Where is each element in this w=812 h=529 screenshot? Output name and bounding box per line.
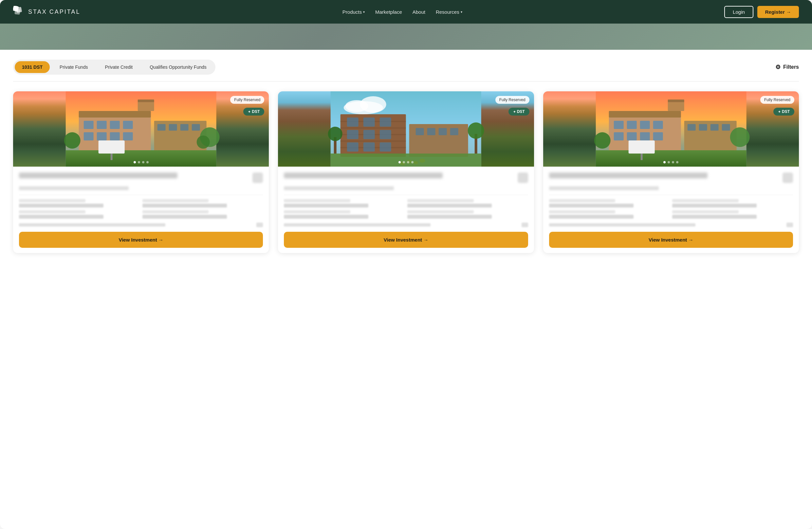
dot-2-4[interactable] <box>411 161 414 163</box>
svg-rect-23 <box>111 153 113 160</box>
svg-rect-43 <box>347 143 359 151</box>
dots-3 <box>663 161 678 163</box>
svg-rect-66 <box>653 121 663 129</box>
card-bottom-3 <box>549 223 793 227</box>
svg-rect-63 <box>613 121 623 129</box>
tab-private-funds[interactable]: Private Funds <box>53 61 95 73</box>
svg-rect-15 <box>138 100 154 102</box>
card-logo-3 <box>783 173 793 183</box>
dot-1-3[interactable] <box>142 161 144 163</box>
filters-button[interactable]: ⚙ Filters <box>775 63 799 71</box>
svg-rect-71 <box>668 101 684 111</box>
stat-label-2-3 <box>284 210 350 214</box>
tab-private-credit[interactable]: Private Credit <box>98 61 140 73</box>
svg-rect-75 <box>699 124 707 131</box>
card-content-3: View Investment → <box>543 167 799 253</box>
card-title-2 <box>284 173 443 178</box>
stat-row-2-3 <box>284 210 405 219</box>
card-logo-1 <box>252 173 263 183</box>
svg-rect-50 <box>450 128 459 135</box>
investment-card-1: Fully Reserved DST <box>13 91 269 253</box>
logo-text: STAX CAPITAL <box>28 9 80 15</box>
svg-rect-2 <box>14 9 20 14</box>
reserved-badge-2: Fully Reserved <box>495 96 530 104</box>
view-investment-button-2[interactable]: View Investment → <box>284 232 528 248</box>
svg-rect-67 <box>613 132 623 141</box>
tabs-row: 1031 DST Private Funds Private Credit Qu… <box>13 60 799 82</box>
stat-row-3-1 <box>549 199 670 207</box>
card-title-row-2 <box>284 173 528 183</box>
svg-rect-21 <box>66 150 216 167</box>
card-stats-1 <box>19 199 263 219</box>
card-image-2 <box>278 91 534 167</box>
svg-rect-77 <box>722 124 730 131</box>
svg-rect-7 <box>97 121 107 129</box>
stat-label-2-4 <box>407 210 474 214</box>
tab-opportunity-funds[interactable]: Qualifies Opportunity Funds <box>142 61 214 73</box>
stat-row-1-2 <box>142 199 263 207</box>
card-bottom-1 <box>19 223 263 227</box>
view-investment-button-3[interactable]: View Investment → <box>549 232 793 248</box>
svg-rect-33 <box>340 127 406 129</box>
investment-card-3: Fully Reserved DST <box>543 91 799 253</box>
stat-value-2-4 <box>407 215 492 219</box>
dot-1-4[interactable] <box>146 161 149 163</box>
svg-rect-69 <box>640 132 650 141</box>
card-location-2 <box>284 186 528 190</box>
svg-rect-20 <box>192 124 200 131</box>
svg-rect-74 <box>687 124 695 131</box>
progress-1 <box>19 223 165 226</box>
dot-1-1[interactable] <box>134 161 136 163</box>
location-blur-1 <box>19 186 129 190</box>
stat-value-1-2 <box>142 204 227 207</box>
card-divider-3 <box>549 195 793 195</box>
login-button[interactable]: Login <box>724 6 753 18</box>
filters-icon: ⚙ <box>775 63 781 71</box>
dot-1-2[interactable] <box>138 161 140 163</box>
svg-point-57 <box>328 127 343 141</box>
dot-2-2[interactable] <box>403 161 405 163</box>
tab-1031-dst[interactable]: 1031 DST <box>15 61 50 73</box>
progress-2 <box>284 223 430 226</box>
stat-label-2-1 <box>284 199 350 202</box>
stat-label-3-2 <box>672 199 739 202</box>
svg-point-82 <box>730 127 750 147</box>
building-svg-3 <box>543 91 799 167</box>
nav: Products ▾ Marketplace About Resources ▾ <box>343 9 462 15</box>
location-blur-3 <box>549 186 659 190</box>
nav-marketplace[interactable]: Marketplace <box>375 9 402 15</box>
stat-label-1-1 <box>19 199 85 202</box>
nav-products[interactable]: Products ▾ <box>343 9 365 15</box>
dot-2-3[interactable] <box>407 161 409 163</box>
svg-rect-62 <box>609 111 681 118</box>
register-button[interactable]: Register → <box>757 6 799 18</box>
progress-3 <box>549 223 695 226</box>
svg-rect-47 <box>416 128 424 135</box>
dot-2-1[interactable] <box>398 161 401 163</box>
svg-rect-9 <box>123 121 133 129</box>
nav-resources[interactable]: Resources ▾ <box>436 9 462 15</box>
stat-value-3-1 <box>549 204 634 207</box>
dst-badge-2: DST <box>508 108 530 116</box>
svg-rect-10 <box>84 132 93 141</box>
dot-3-4[interactable] <box>676 161 678 163</box>
dot-3-3[interactable] <box>672 161 674 163</box>
svg-rect-14 <box>138 101 154 111</box>
dots-1 <box>134 161 149 163</box>
view-investment-button-1[interactable]: View Investment → <box>19 232 263 248</box>
svg-rect-17 <box>158 124 166 131</box>
header: STAX CAPITAL Products ▾ Marketplace Abou… <box>0 0 812 24</box>
stat-row-2-1 <box>284 199 405 207</box>
card-image-1 <box>13 91 269 167</box>
svg-rect-80 <box>640 153 642 160</box>
nav-about[interactable]: About <box>412 9 425 15</box>
svg-rect-45 <box>380 143 391 151</box>
stat-row-1-4 <box>142 210 263 219</box>
dot-3-2[interactable] <box>668 161 670 163</box>
number-2 <box>522 223 528 227</box>
svg-rect-65 <box>640 121 650 129</box>
svg-rect-64 <box>627 121 637 129</box>
logo[interactable]: STAX CAPITAL <box>13 6 80 18</box>
stat-value-2-2 <box>407 204 492 207</box>
dot-3-1[interactable] <box>663 161 666 163</box>
